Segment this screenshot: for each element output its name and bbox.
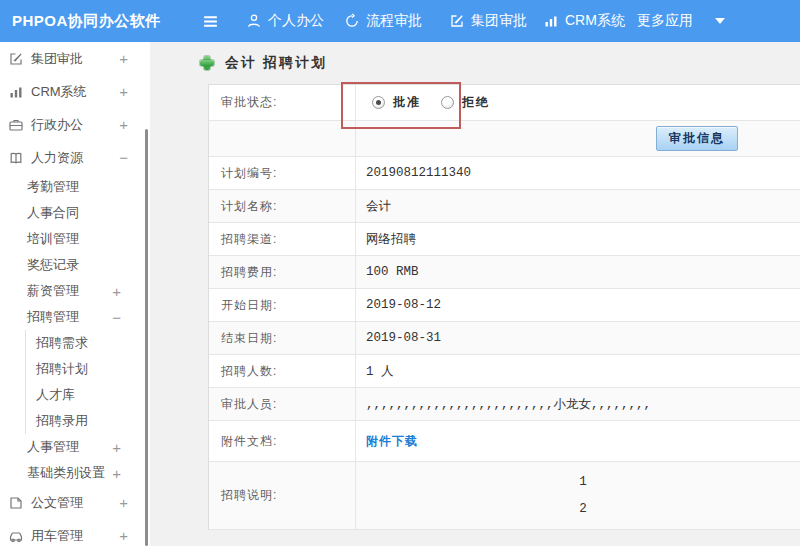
table-row-recruit-cost: 招聘费用: 100 RMB — [209, 256, 800, 289]
expand-toggle[interactable]: + — [112, 283, 121, 300]
sidebar-item-label: 招聘管理 — [27, 308, 79, 326]
sidebar-item-group-approval[interactable]: 集团审批 + — [0, 42, 150, 75]
table-row-recruit-channel: 招聘渠道: 网络招聘 — [209, 223, 800, 256]
radio-button-icon[interactable] — [441, 96, 454, 109]
expand-toggle[interactable]: − — [112, 309, 121, 326]
sidebar-item-recruit-demand[interactable]: 招聘需求 — [26, 330, 150, 356]
sidebar-item-hr[interactable]: 人力资源 − — [0, 141, 150, 174]
field-label: 附件文档: — [209, 421, 356, 461]
reject-radio[interactable]: 拒绝 — [441, 94, 490, 111]
field-label: 招聘说明: — [209, 462, 356, 529]
field-value: 2019-08-31 — [356, 322, 800, 354]
field-label: 招聘费用: — [209, 256, 356, 288]
expand-toggle[interactable]: + — [119, 116, 128, 133]
expand-toggle[interactable]: + — [112, 465, 121, 482]
sidebar-item-label: 招聘录用 — [36, 412, 88, 430]
nav-crm[interactable]: CRM系统 — [543, 0, 625, 42]
history-icon — [344, 13, 360, 29]
description-line: 2 — [579, 502, 587, 516]
field-value: 会计 — [356, 190, 800, 222]
add-icon[interactable] — [200, 56, 214, 70]
expand-toggle[interactable]: − — [119, 149, 128, 166]
table-row-approvers: 审批人员: ,,,,,,,,,,,,,,,,,,,,,,,,,小龙女,,,,,,… — [209, 388, 800, 421]
table-row-description: 招聘说明: 1 2 — [209, 462, 800, 530]
sidebar-item-label: 人力资源 — [31, 149, 83, 167]
menu-icon[interactable] — [202, 13, 219, 30]
nav-item-label: CRM系统 — [565, 12, 625, 30]
sidebar-item-label: CRM系统 — [31, 83, 87, 101]
sidebar-item-recruit-hiring[interactable]: 招聘录用 — [26, 408, 150, 434]
field-label: 审批人员: — [209, 388, 356, 420]
sidebar-scrollbar[interactable] — [145, 129, 148, 546]
table-row-headcount: 招聘人数: 1 人 — [209, 355, 800, 388]
field-value: 100 RMB — [356, 256, 800, 288]
sidebar-item-label: 行政办公 — [31, 116, 83, 134]
sidebar-item-attendance[interactable]: 考勤管理 — [0, 174, 150, 200]
approve-radio[interactable]: 批准 — [372, 94, 421, 111]
sidebar-item-talent-pool[interactable]: 人才库 — [26, 382, 150, 408]
table-row-approval-status: 审批状态: 批准 拒绝 — [209, 85, 800, 121]
field-value: 20190812111340 — [356, 157, 800, 189]
field-label: 招聘渠道: — [209, 223, 356, 255]
sidebar-item-label: 招聘需求 — [36, 334, 88, 352]
sidebar-item-vehicle-mgmt[interactable]: 用车管理 + — [0, 519, 150, 546]
nav-group-approval[interactable]: 集团审批 — [449, 0, 527, 42]
page-title: 会计 招聘计划 — [225, 54, 327, 72]
nav-item-label: 个人办公 — [268, 12, 324, 30]
expand-toggle[interactable]: + — [119, 83, 128, 100]
sidebar-item-label: 考勤管理 — [27, 178, 79, 196]
sidebar-item-label: 培训管理 — [27, 230, 79, 248]
radio-button-icon[interactable] — [372, 96, 385, 109]
field-value: ,,,,,,,,,,,,,,,,,,,,,,,,,小龙女,,,,,,,, — [356, 388, 800, 420]
table-row-end-date: 结束日期: 2019-08-31 — [209, 322, 800, 355]
sidebar-item-hr-contract[interactable]: 人事合同 — [0, 200, 150, 226]
expand-toggle[interactable]: + — [112, 439, 121, 456]
sidebar-item-label: 基础类别设置 — [27, 464, 105, 482]
nav-item-label: 集团审批 — [471, 12, 527, 30]
nav-item-label: 流程审批 — [366, 12, 422, 30]
field-label: 结束日期: — [209, 322, 356, 354]
book-icon — [8, 150, 24, 166]
sidebar-item-personnel[interactable]: 人事管理 + — [0, 434, 150, 460]
sidebar-item-crm[interactable]: CRM系统 + — [0, 75, 150, 108]
sidebar-item-rewards[interactable]: 奖惩记录 — [0, 252, 150, 278]
sidebar-item-salary[interactable]: 薪资管理 + — [0, 278, 150, 304]
app-logo: PHPOA协同办公软件 — [12, 0, 161, 42]
description-line: 1 — [579, 475, 587, 489]
sidebar-item-label: 集团审批 — [31, 50, 83, 68]
sidebar-item-recruit-plan[interactable]: 招聘计划 — [26, 356, 150, 382]
table-row-attachment: 附件文档: 附件下载 — [209, 421, 800, 462]
main-content: 会计 招聘计划 审批状态: 批准 拒绝 审批信息 计划编号: — [150, 42, 800, 546]
expand-toggle[interactable]: + — [119, 494, 128, 511]
approval-info-button[interactable]: 审批信息 — [656, 126, 738, 151]
attachment-download-link[interactable]: 附件下载 — [366, 433, 418, 450]
car-icon — [8, 528, 24, 544]
sidebar-item-document-mgmt[interactable]: 公文管理 + — [0, 486, 150, 519]
user-icon — [246, 13, 262, 29]
detail-table: 审批状态: 批准 拒绝 审批信息 计划编号: 20190812111340 — [208, 84, 800, 530]
sidebar-item-label: 人事合同 — [27, 204, 79, 222]
nav-personal-office[interactable]: 个人办公 — [246, 0, 324, 42]
field-label: 计划名称: — [209, 190, 356, 222]
edit-icon — [8, 51, 24, 67]
nav-item-label: 更多应用 — [637, 12, 693, 30]
chart-icon — [8, 84, 24, 100]
document-icon — [8, 495, 24, 511]
nav-workflow-approval[interactable]: 流程审批 — [344, 0, 422, 42]
recruitment-subgroup: 招聘需求 招聘计划 人才库 招聘录用 — [25, 330, 150, 434]
edit-icon — [449, 13, 465, 29]
radio-label: 拒绝 — [462, 94, 490, 111]
nav-more-apps[interactable]: 更多应用 — [637, 0, 725, 42]
sidebar-item-label: 人才库 — [36, 386, 75, 404]
sidebar-item-base-category[interactable]: 基础类别设置 + — [0, 460, 150, 486]
sidebar: 集团审批 + CRM系统 + 行政办公 + 人力资源 − 考勤管理 人事合同 培… — [0, 42, 150, 546]
sidebar-item-training[interactable]: 培训管理 — [0, 226, 150, 252]
field-label: 审批状态: — [209, 85, 356, 120]
sidebar-item-admin-office[interactable]: 行政办公 + — [0, 108, 150, 141]
expand-toggle[interactable]: + — [119, 50, 128, 67]
sidebar-item-label: 薪资管理 — [27, 282, 79, 300]
table-row-plan-name: 计划名称: 会计 — [209, 190, 800, 223]
chart-icon — [543, 13, 559, 29]
sidebar-item-recruitment[interactable]: 招聘管理 − — [0, 304, 150, 330]
expand-toggle[interactable]: + — [119, 527, 128, 544]
